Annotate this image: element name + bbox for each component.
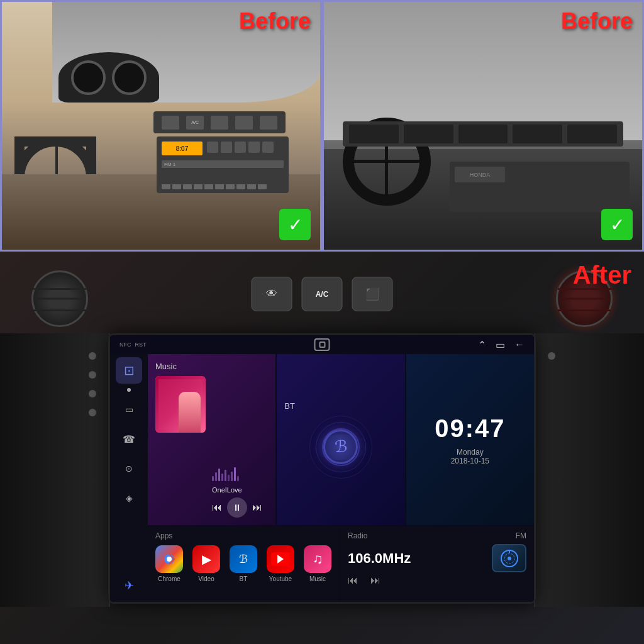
main-container: 8:07 (0, 0, 644, 644)
rst-indicator: RST (135, 341, 147, 348)
radio-header: Radio FM (348, 531, 526, 540)
bottom-section: After 👁 A/C ⬛ (0, 252, 644, 644)
status-bar: NFC RST ⌃ ▭ ← (110, 335, 534, 354)
video-icon: ▶ (192, 545, 220, 573)
app-youtube[interactable]: Youtube (267, 545, 294, 582)
next-button[interactable]: ⏭ (252, 502, 262, 513)
before-label-left: Before (239, 8, 311, 35)
sidebar-settings-icon[interactable]: ⊙ (116, 455, 142, 482)
radio-frequency: 106.0MHz (348, 550, 411, 567)
radio-panel: Radio FM 106.0MHz (340, 526, 534, 602)
music-panel: Music (148, 354, 275, 525)
checkmark-left: ✓ (279, 209, 311, 240)
prev-button[interactable]: ⏮ (212, 502, 222, 513)
sidebar-divider (127, 388, 131, 392)
status-left: NFC RST (119, 341, 147, 348)
radio-next-button[interactable]: ⏭ (370, 575, 380, 586)
car-controls: 👁 A/C ⬛ (252, 277, 393, 311)
radio-prev-button[interactable]: ⏮ (348, 575, 358, 586)
chrome-label: Chrome (158, 575, 180, 582)
before-left-panel: 8:07 (0, 0, 322, 252)
bt-app-icon: ℬ (230, 545, 257, 573)
ac-button[interactable]: A/C (302, 277, 343, 311)
svg-point-4 (508, 557, 511, 560)
radio-unit-icon (492, 544, 526, 572)
apps-grid: Chrome ▶ Video ℬ BT (155, 545, 331, 582)
checkmark-right: ✓ (601, 209, 633, 240)
nav-window-icon[interactable]: ▭ (496, 339, 505, 351)
music-content: OneILove ⏮ ⏸ ⏭ (155, 376, 268, 518)
radio-content: 106.0MHz (348, 544, 526, 572)
screen-button[interactable]: ⬛ (352, 277, 393, 311)
vent-left (31, 270, 88, 327)
android-screen: NFC RST ⌃ ▭ ← (110, 335, 534, 602)
music-app-label: Music (309, 575, 326, 582)
album-art (155, 376, 206, 433)
car-body-right (534, 333, 644, 607)
clock-panel: 09:47 Monday 2018-10-15 (406, 354, 534, 525)
before-right-panel: HONDA Before ✓ (322, 0, 644, 252)
video-label: Video (198, 575, 214, 582)
app-bt[interactable]: ℬ BT (230, 545, 257, 582)
screen-content: ⊡ ▭ ☎ ⊙ ◈ ✈ Music (110, 354, 534, 602)
app-video[interactable]: ▶ Video (192, 545, 220, 582)
panels-top: Music (148, 354, 534, 525)
play-button[interactable]: ⏸ (227, 497, 247, 518)
car-body-left (0, 333, 110, 607)
sidebar-home-icon[interactable]: ⊡ (116, 357, 142, 384)
bt-viz: ℬ (309, 416, 372, 479)
bt-panel-title: BT (284, 401, 295, 411)
radio-nav: ⏮ ⏭ (348, 575, 380, 586)
app-music[interactable]: ♫ Music (304, 545, 331, 582)
bt-app-label: BT (240, 575, 248, 582)
sidebar-gear-icon[interactable]: ◈ (116, 485, 142, 511)
sidebar-phone-icon[interactable]: ☎ (116, 426, 142, 452)
panels-bottom: Apps (148, 526, 534, 602)
home-icon (314, 338, 330, 351)
cam-button[interactable]: 👁 (252, 277, 292, 311)
apps-panel: Apps (148, 526, 339, 602)
app-chrome[interactable]: Chrome (155, 545, 183, 582)
before-label-right: Before (561, 8, 633, 35)
chrome-icon (155, 545, 183, 573)
after-label: After (573, 261, 631, 289)
music-app-icon: ♫ (304, 545, 331, 573)
radio-band: FM (516, 531, 526, 540)
radio-title: Radio (348, 531, 367, 540)
left-sidebar: ⊡ ▭ ☎ ⊙ ◈ ✈ (110, 354, 148, 602)
radio-bottom-row: ⏮ ⏭ (348, 575, 526, 586)
youtube-icon (267, 545, 294, 573)
status-right: ⌃ ▭ ← (478, 339, 525, 351)
clock-date: 2018-10-15 (451, 457, 489, 465)
sidebar-send-icon[interactable]: ✈ (116, 572, 142, 599)
sidebar-screen-icon[interactable]: ▭ (116, 396, 142, 423)
music-panel-title: Music (155, 362, 268, 371)
song-name: OneILove (212, 486, 268, 494)
music-controls: ⏮ ⏸ ⏭ (212, 497, 268, 518)
main-panels: Music (148, 354, 534, 602)
music-info: OneILove ⏮ ⏸ ⏭ (212, 376, 268, 518)
nav-back-icon[interactable]: ← (514, 339, 525, 350)
apps-title: Apps (155, 531, 331, 540)
nfc-indicator: NFC (119, 341, 131, 348)
clock-day: Monday (457, 448, 484, 457)
clock-time: 09:47 (435, 414, 505, 443)
bt-panel: BT ℬ (277, 354, 404, 525)
youtube-label: Youtube (269, 575, 292, 582)
svg-point-1 (167, 557, 172, 562)
head-unit: NFC RST ⌃ ▭ ← (108, 333, 536, 604)
car-interior-left-bg: 8:07 (2, 2, 320, 250)
nav-up-icon[interactable]: ⌃ (478, 339, 486, 351)
top-section: 8:07 (0, 0, 644, 252)
